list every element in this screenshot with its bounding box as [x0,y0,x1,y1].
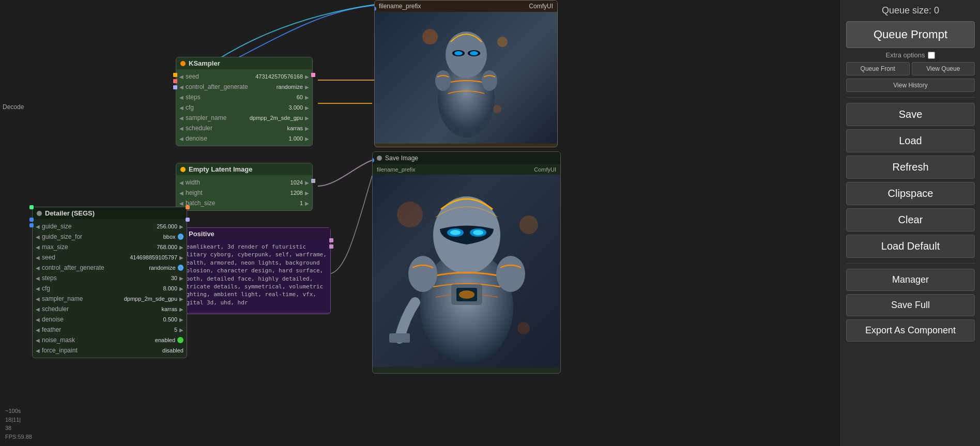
manager-button[interactable]: Manager [846,269,975,291]
empty-latent-dot [180,167,186,172]
detailer-field-cfg: ◀ cfg 8.000 ▶ [33,283,187,294]
sidebar: Queue size: 0 Queue Prompt Extra options… [840,0,980,446]
detailer-field-seed: ◀ seed 414698859105797 ▶ [33,252,187,263]
svg-rect-25 [389,333,410,343]
robot-image-svg-2 [384,175,549,367]
image-preview-filename: filename_prefix [379,3,421,10]
view-history-button[interactable]: View History [846,79,975,92]
ksampler-field-denoise: ◀ denoise 1.000 ▶ [176,133,312,144]
svg-point-15 [450,230,461,235]
image-preview-content [375,12,557,144]
svg-point-4 [454,51,463,55]
empty-latent-node[interactable]: Empty Latent Image ◀ width 1024 ▶ ◀ heig… [176,163,313,211]
empty-latent-field-height: ◀ height 1208 ▶ [176,188,312,198]
svg-point-21 [459,290,474,299]
save-image-title: Save Image [385,155,418,162]
ksampler-field-control: ◀ control_after_generate randomize ▶ [176,82,312,92]
svg-point-10 [493,105,501,113]
fps-line3: 38 [5,424,32,433]
detailer-title: Detailer (SEGS) [45,209,95,217]
decode-label: Decode [3,103,24,111]
queue-size: Queue size: 0 [846,5,975,16]
svg-point-1 [446,32,487,78]
ksampler-field-cfg: ◀ cfg 3.000 ▶ [176,102,312,113]
canvas-area[interactable]: Decode KSampler ◀ seed 473142570576168 ▶… [0,0,840,446]
svg-point-8 [422,29,438,44]
detailer-field-force-inpaint: ◀ force_inpaint disabled [33,345,187,356]
detailer-field-max-size: ◀ max_size 768.000 ▶ [33,242,187,252]
empty-latent-header: Empty Latent Image [176,163,312,175]
clipspace-button[interactable]: Clipspace [846,182,975,205]
queue-prompt-button[interactable]: Queue Prompt [846,21,975,48]
ksampler-title: KSampler [189,59,220,67]
save-button[interactable]: Save [846,103,975,126]
detailer-field-noise-mask: ◀ noise_mask enabled [33,335,187,345]
refresh-button[interactable]: Refresh [846,156,975,179]
export-as-component-button[interactable]: Export As Component [846,319,975,342]
svg-point-17 [408,256,437,292]
detailer-field-steps: ◀ steps 30 ▶ [33,273,187,283]
extra-options-label: Extra options [886,51,925,59]
robot-image-svg [415,16,518,140]
detailer-field-guide-size-for: ◀ guide_size_for bbox ● [33,232,187,242]
image-preview-header: filename_prefix ComfyUI [375,1,557,12]
positive-header: Positive [176,228,330,240]
positive-title: Positive [189,230,215,238]
ksampler-field-seed: ◀ seed 473142570576168 ▶ [176,71,312,82]
empty-latent-title: Empty Latent Image [189,165,253,173]
detailer-field-control: ◀ control_after_generate randomize ● [33,263,187,273]
load-default-button[interactable]: Load Default [846,235,975,258]
empty-latent-field-batch: ◀ batch_size 1 ▶ [176,198,312,208]
detailer-field-guide-size: ◀ guide_size 256.000 ▶ [33,221,187,232]
detailer-field-scheduler: ◀ scheduler karras ▶ [33,304,187,314]
svg-point-18 [496,256,525,292]
svg-point-22 [397,202,423,227]
svg-point-23 [519,216,538,234]
detailer-body: ◀ guide_size 256.000 ▶ ◀ guide_size_for … [33,219,187,358]
svg-point-7 [482,70,497,91]
positive-node[interactable]: Positive dreamlikeart, 3d render of futu… [176,227,331,314]
detailer-node[interactable]: Detailer (SEGS) ◀ guide_size 256.000 ▶ ◀… [32,207,187,358]
svg-point-9 [497,37,508,47]
fps-line4: FPS:59.88 [5,433,32,441]
save-full-button[interactable]: Save Full [846,294,975,316]
save-image-filename-row: filename_prefix ComfyUI [373,164,560,175]
save-image-filename: filename_prefix [377,166,416,173]
queue-front-button[interactable]: Queue Front [846,62,910,75]
view-queue-button[interactable]: View Queue [912,62,975,75]
detailer-dot [37,211,42,216]
ksampler-body: ◀ seed 473142570576168 ▶ ◀ control_after… [176,69,312,146]
clear-button[interactable]: Clear [846,208,975,232]
extra-options-checkbox[interactable] [928,52,935,59]
image-preview-node[interactable]: filename_prefix ComfyUI [374,0,558,147]
ksampler-header: KSampler [176,57,312,69]
ksampler-field-sampler: ◀ sampler_name dpmpp_2m_sde_gpu ▶ [176,113,312,123]
detailer-field-feather: ◀ feather 5 ▶ [33,325,187,335]
save-image-comfyui: ComfyUI [534,166,556,173]
ksampler-field-scheduler: ◀ scheduler karras ▶ [176,123,312,133]
save-image-content [373,175,560,367]
load-button[interactable]: Load [846,129,975,152]
detailer-header: Detailer (SEGS) [33,207,187,219]
detailer-field-denoise: ◀ denoise 0.500 ▶ [33,314,187,325]
divider-2 [846,263,975,264]
queue-row: Queue Front View Queue [846,62,975,75]
divider-1 [846,97,975,98]
fps-line1: ~100s [5,407,32,416]
svg-point-5 [470,51,478,55]
save-image-node[interactable]: Save Image filename_prefix ComfyUI [372,151,561,374]
positive-textarea[interactable]: dreamlikeart, 3d render of futuristic mi… [176,240,330,312]
extra-options-row: Extra options [846,51,975,59]
ksampler-dot [180,61,186,66]
ksampler-node[interactable]: KSampler ◀ seed 473142570576168 ▶ ◀ cont… [176,57,313,146]
fps-line2: 18|11| [5,416,32,424]
fps-overlay: ~100s 18|11| 38 FPS:59.88 [5,407,32,441]
empty-latent-body: ◀ width 1024 ▶ ◀ height 1208 ▶ ◀ batch_s… [176,175,312,210]
detailer-field-sampler: ◀ sampler_name dpmpp_2m_sde_gpu ▶ [33,294,187,304]
svg-point-16 [473,230,483,235]
image-preview-comfyui: ComfyUI [529,3,553,10]
svg-point-6 [435,70,451,91]
save-image-header: Save Image [373,152,560,164]
svg-point-24 [517,322,530,334]
empty-latent-field-width: ◀ width 1024 ▶ [176,177,312,188]
